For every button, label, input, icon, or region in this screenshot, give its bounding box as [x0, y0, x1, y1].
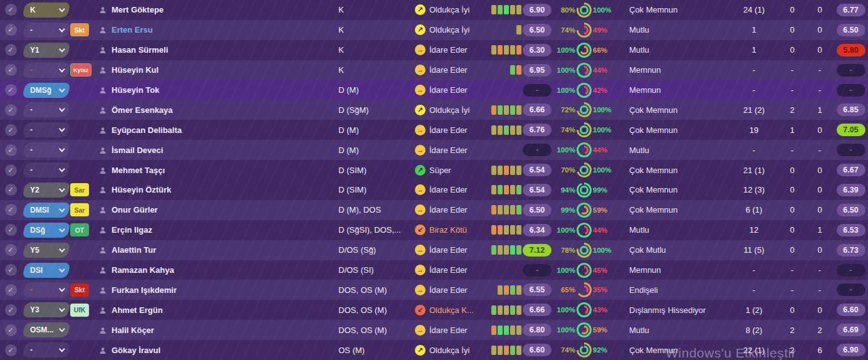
table-row[interactable]: ✓Y1Hasan SürmeliK→İdare Eder6.30100%66%M… [0, 40, 868, 60]
position-dropdown[interactable]: - [22, 23, 71, 38]
player-icon [99, 6, 107, 13]
player-name[interactable]: Hüseyin Öztürk [112, 185, 171, 194]
average-rating-cell: 6.50 [834, 24, 868, 36]
table-row[interactable]: ✓-İsmail DeveciD (M)→İdare Eder-100%44%M… [0, 140, 868, 160]
player-name[interactable]: Erçin Ilgaz [112, 225, 152, 235]
condition-cell: 78%100% [553, 242, 618, 258]
player-name[interactable]: Hasan Sürmeli [112, 45, 168, 55]
table-row[interactable]: ✓-SktErten ErsuK↗Oldukça İyi6.5074%49%Mu… [0, 20, 868, 40]
table-row[interactable]: ✓DSğOTErçin IlgazD (SğSI), DOS,...↙Biraz… [0, 220, 868, 240]
check-icon[interactable]: ✓ [5, 144, 17, 156]
table-row[interactable]: ✓-Ömer EsenkayaD (SğM)↗Oldukça İyi6.6672… [0, 100, 868, 120]
player-name[interactable]: Onur Gürler [112, 205, 158, 214]
position-dropdown[interactable]: DMSğ [22, 83, 71, 98]
average-rating-pill: 7.05 [837, 124, 865, 136]
position-dropdown[interactable]: - [22, 122, 71, 137]
check-icon[interactable]: ✓ [5, 284, 17, 296]
check-icon[interactable]: ✓ [5, 4, 17, 16]
position-dropdown[interactable]: Y3 [22, 302, 71, 317]
player-name[interactable]: Erten Ersu [112, 25, 153, 34]
position-dropdown[interactable]: - [22, 282, 71, 297]
check-icon[interactable]: ✓ [5, 164, 17, 176]
player-name[interactable]: Ramazan Kahya [112, 265, 174, 275]
table-row[interactable]: ✓DMSISarOnur GürlerD (M), DOS→İdare Eder… [0, 200, 868, 220]
player-name[interactable]: Hüseyin Kul [112, 65, 159, 75]
check-icon[interactable]: ✓ [5, 184, 17, 196]
condition-percent: 74% [553, 346, 575, 354]
table-row[interactable]: ✓-Eyüpcan DelibaltaD (M)→İdare Eder6.767… [0, 120, 868, 140]
position-dropdown[interactable]: - [22, 162, 71, 177]
check-icon[interactable]: ✓ [5, 124, 17, 136]
sharpness-percent: 59% [593, 206, 618, 214]
check-icon[interactable]: ✓ [5, 344, 17, 356]
assists-cell: 6 [806, 346, 834, 355]
position-cell: D/OS (SI) [338, 265, 415, 275]
table-row[interactable]: ✓-Mehmet TaşçıD (SIM)↗Süper6.5470%100%Ço… [0, 160, 868, 180]
table-row[interactable]: ✓Y2SarHüseyin ÖztürkD (SIM)→İdare Eder6.… [0, 180, 868, 200]
rating-bar [491, 125, 496, 135]
player-name[interactable]: Eyüpcan Delibalta [112, 125, 182, 135]
current-rating-cell: - [521, 84, 553, 97]
check-icon[interactable]: ✓ [5, 104, 17, 116]
form-arrow-icon: → [415, 325, 426, 336]
player-name[interactable]: İsmail Deveci [112, 146, 163, 155]
player-name[interactable]: Hüseyin Tok [112, 85, 159, 95]
position-dropdown[interactable]: - [22, 142, 71, 157]
check-icon[interactable]: ✓ [5, 84, 17, 96]
check-icon[interactable]: ✓ [5, 304, 17, 316]
check-icon[interactable]: ✓ [5, 224, 17, 236]
position-dropdown[interactable]: - [22, 342, 71, 357]
rating-bar [491, 225, 496, 235]
position-cell: D (SIM) [338, 185, 415, 194]
player-name[interactable]: Alaettin Tur [112, 245, 156, 255]
assists-cell: 0 [806, 166, 834, 175]
player-name[interactable]: Ömer Esenkaya [112, 105, 173, 115]
position-dropdown[interactable]: K [22, 3, 71, 18]
position-dropdown[interactable]: OSM... [22, 322, 71, 337]
position-dropdown[interactable]: - [22, 102, 71, 117]
sharpness-percent: 100% [593, 6, 618, 14]
position-dropdown[interactable]: DSğ [22, 223, 71, 238]
check-icon[interactable]: ✓ [5, 64, 17, 76]
rating-bar [516, 205, 521, 214]
table-row[interactable]: ✓-Gökay İravulOS (M)↗Oldukça İyi6.6074%9… [0, 340, 868, 360]
current-rating-pill: 6.66 [523, 304, 552, 316]
average-rating-cell: 6.60 [834, 304, 868, 316]
table-row[interactable]: ✓-KytszHüseyin KulK→İdare Eder6.95100%44… [0, 60, 868, 80]
position-dropdown[interactable]: Y1 [22, 43, 71, 58]
check-icon[interactable]: ✓ [5, 204, 17, 216]
rating-bar [510, 305, 515, 315]
table-row[interactable]: ✓Y5Alaettin TurD/OS (Sğ)→İdare Eder7.127… [0, 240, 868, 260]
average-rating-pill: - [837, 64, 865, 77]
position-dropdown[interactable]: Y2 [22, 183, 71, 198]
check-icon[interactable]: ✓ [5, 264, 17, 276]
player-name[interactable]: Mert Göktepe [112, 5, 164, 14]
check-icon[interactable]: ✓ [5, 44, 17, 56]
player-name[interactable]: Mehmet Taşçı [112, 166, 165, 175]
check-icon[interactable]: ✓ [5, 24, 17, 36]
chevron-down-icon [59, 26, 65, 32]
player-name[interactable]: Furkan Işıkdemir [112, 285, 177, 295]
rating-bar [491, 105, 496, 115]
position-dropdown[interactable]: - [22, 63, 71, 78]
recent-ratings-bars [489, 326, 521, 335]
pick-cell: DSğ [21, 223, 70, 238]
table-row[interactable]: ✓DMSğHüseyin TokD (M)→İdare Eder-100%42%… [0, 80, 868, 100]
player-name[interactable]: Ahmet Ergün [112, 305, 163, 315]
position-dropdown[interactable]: Y5 [22, 243, 71, 258]
check-icon[interactable]: ✓ [5, 324, 17, 336]
table-row[interactable]: ✓DSIRamazan KahyaD/OS (SI)→İdare Eder-10… [0, 260, 868, 280]
table-row[interactable]: ✓Y3UfKAhmet ErgünDOS, OS (M)↙Oldukça K..… [0, 300, 868, 320]
table-row[interactable]: ✓KMert GöktepeK↗Oldukça İyi6.9080%100%Ço… [0, 0, 868, 20]
player-name[interactable]: Halil Köçer [112, 326, 154, 335]
goals-cell: 0 [778, 25, 806, 34]
position-dropdown[interactable]: DMSI [22, 203, 71, 218]
position-dropdown[interactable]: DSI [22, 263, 71, 278]
player-name[interactable]: Gökay İravul [112, 346, 160, 355]
recent-ratings-bars [489, 25, 521, 34]
table-row[interactable]: ✓-SktFurkan IşıkdemirDOS, OS (M)→İdare E… [0, 280, 868, 300]
form-cell: →İdare Eder [415, 184, 489, 195]
current-rating-cell: 6.60 [521, 344, 553, 356]
check-icon[interactable]: ✓ [5, 244, 17, 256]
table-row[interactable]: ✓OSM...Halil KöçerDOS, OS (M)→İdare Eder… [0, 320, 868, 340]
